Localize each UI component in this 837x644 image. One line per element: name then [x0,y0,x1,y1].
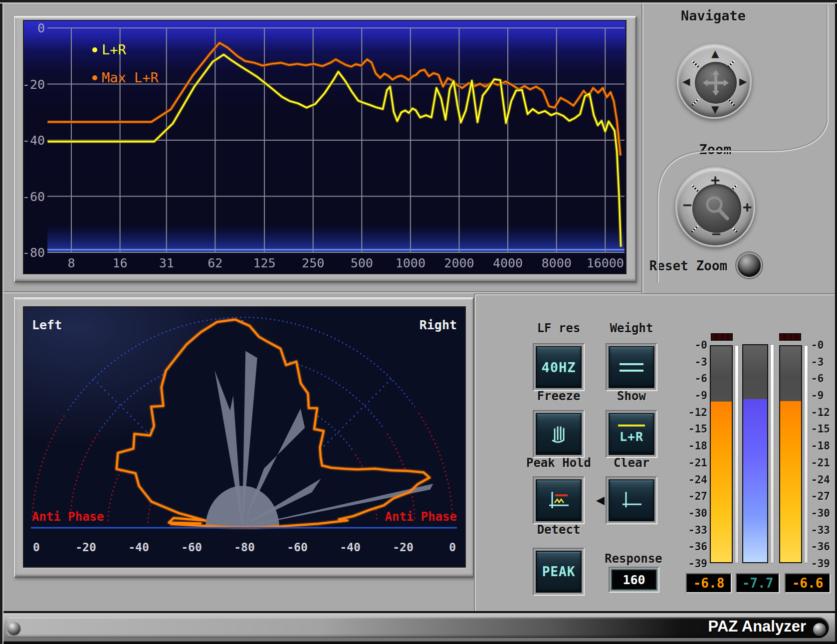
right-label: Right [419,318,457,332]
dial-separator [691,184,699,192]
polar-tick-label: -20 [393,541,414,554]
dial-separator [691,60,699,68]
response-value: 160 [623,573,645,587]
lf-res-value: 40HZ [541,360,576,375]
meter-scale-tick: -6 [684,374,707,384]
zoom-out-horizontal-icon[interactable]: − [683,198,692,213]
navigate-up-arrow[interactable]: ▲ [711,48,719,58]
navigate-left-arrow[interactable]: ◀ [682,76,690,86]
zoom-hub[interactable] [692,184,741,233]
meter-scale-tick: -18 [684,441,707,451]
lf-res-label: LF res [516,321,601,335]
meter-scale-right: -0-3-6-9-12-15-18-21-24-27-30-33-36-39 [811,340,834,569]
response-field[interactable]: 160 [609,567,659,593]
spectrum-chart: 0-20-40-60-80816316212525050010002000400… [24,21,626,273]
detect-button[interactable]: PEAK [533,548,585,596]
x-tick-label: 16000 [587,256,624,270]
spectrum-panel: 0-20-40-60-80816316212525050010002000400… [14,16,636,282]
meter-scale-tick: -0 [811,340,834,351]
x-tick-label: 500 [351,256,373,270]
navigate-right-arrow[interactable]: ▶ [739,76,747,86]
polar-tick-label: -80 [234,541,255,554]
x-tick-label: 125 [253,256,275,270]
freeze-hand-icon [548,423,570,445]
meter-scale-tick: -3 [811,357,834,368]
peak-strip-mid [770,344,774,563]
stereo-position-chart: LeftRightAnti PhaseAnti Phase0-20-40-60-… [24,307,465,567]
freeze-label: Freeze [516,389,601,403]
clear-label: Clear [589,456,674,470]
peak-hold-button[interactable] [533,476,585,524]
show-value: L+R [620,429,643,444]
meter-scale-tick: -21 [811,458,834,468]
navigate-dial[interactable]: ▲ ▼ ◀ ▶ [677,44,752,119]
clear-button[interactable] [606,476,657,524]
peak-strip-left [735,345,739,563]
control-panel: LF res Weight Freeze Show Peak Hold Clea… [474,293,837,611]
plugin-title: PAZ Analyzer [708,618,806,636]
peak-hold-icon [547,489,571,511]
antiphase-right-label: Anti Phase [385,510,457,524]
stereo-position-panel: LeftRightAnti PhaseAnti Phase0-20-40-60-… [14,297,474,578]
spectrum-screen: 0-20-40-60-80816316212525050010002000400… [23,20,627,274]
stereo-position-screen: LeftRightAnti PhaseAnti Phase0-20-40-60-… [23,306,466,568]
meter-scale-tick: -9 [684,391,707,401]
meter-scale-tick: -3 [684,357,707,368]
link-triangle-icon[interactable]: ◀ [596,494,605,506]
meter-scale-tick: -27 [811,491,834,502]
x-tick-label: 4000 [493,256,523,270]
readout-right: -6.6 [785,573,831,593]
weight-label: Weight [589,321,674,335]
meter-scale-tick: -24 [811,475,834,485]
reset-zoom-label: Reset Zoom [643,258,733,273]
show-label: Show [589,389,674,403]
panel-divider-horizontal [0,291,641,292]
meter-scale-tick: -12 [811,408,834,418]
navigate-label: Navigate [663,8,763,23]
x-tick-label: 8000 [542,256,572,270]
meter-scale-tick: -15 [811,424,834,434]
meter-scale-tick: -18 [811,441,834,451]
y-tick-label: 0 [37,21,45,35]
navigate-hub[interactable] [695,62,737,104]
meter-scale-tick: -36 [811,542,834,552]
x-tick-label: 62 [208,256,222,270]
legend-dot [92,47,97,52]
meter-scale-tick: -30 [811,508,834,519]
meter-scale-tick: -12 [684,408,707,418]
zoom-label: Zoom [665,142,765,157]
meter-left [710,345,733,563]
clear-axes-icon [620,489,643,511]
x-tick-label: 16 [113,256,128,270]
meter-scale-tick: -39 [811,559,834,569]
magnifier-icon [701,193,733,224]
waves-logo-icon-left [7,622,20,635]
lf-res-button[interactable]: 40HZ [533,343,585,391]
polar-tick-label: -40 [128,541,149,554]
zoom-dial[interactable]: + + − − [675,167,755,247]
show-trace-color-bar [618,425,645,427]
polar-tick-label: 0 [449,541,456,554]
meter-scale-tick: -9 [811,391,834,401]
meter-mid [742,344,768,563]
x-tick-label: 2000 [444,256,474,270]
polar-tick-label: -60 [181,541,202,554]
bottom-bar: PAZ Analyzer [0,611,837,644]
title-strip [6,617,829,638]
meter-scale-tick: -27 [684,491,707,502]
freeze-button[interactable] [533,410,585,458]
y-tick-label: -80 [24,245,45,260]
clip-led-right[interactable] [779,333,801,341]
x-tick-label: 1000 [396,256,425,270]
clip-led-left[interactable] [711,333,733,341]
antiphase-left-label: Anti Phase [32,510,104,524]
zoom-in-horizontal-icon[interactable]: + [743,200,752,215]
dial-separator [727,98,735,106]
legend-dot [92,75,97,80]
show-button[interactable]: L+R [606,410,657,458]
weight-button[interactable] [606,343,657,391]
x-tick-label: 8 [67,256,75,270]
reset-zoom-button[interactable] [736,252,762,278]
navigate-down-arrow[interactable]: ▼ [711,104,719,114]
x-tick-label: 250 [302,256,324,270]
